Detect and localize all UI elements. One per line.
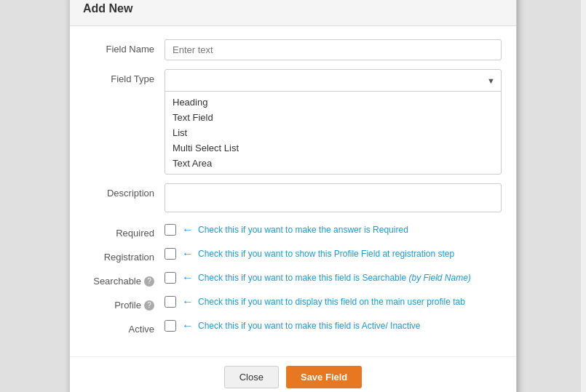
searchable-help-icon[interactable]: ? xyxy=(144,276,154,287)
option-list[interactable]: List xyxy=(165,125,501,140)
profile-control: ← Check this if you want to display this… xyxy=(165,295,502,308)
profile-label-wrapper: Profile ? xyxy=(84,295,165,311)
registration-label: Registration xyxy=(84,247,165,263)
option-text-area[interactable]: Text Area xyxy=(165,156,501,171)
field-type-label: Field Type xyxy=(84,69,165,84)
registration-checkbox-row: ← Check this if you want to show this Pr… xyxy=(165,247,502,260)
searchable-hint: Check this if you want to make this fiel… xyxy=(198,273,471,283)
dropdown-header[interactable]: ▼ xyxy=(165,70,501,92)
profile-row: Profile ? ← Check this if you want to di… xyxy=(84,295,502,311)
searchable-arrow-icon: ← xyxy=(182,271,194,284)
field-name-row: Field Name xyxy=(84,39,502,60)
searchable-label-text: Searchable xyxy=(93,276,141,287)
description-input[interactable] xyxy=(165,183,502,212)
profile-checkbox[interactable] xyxy=(165,296,176,308)
required-arrow-icon: ← xyxy=(182,223,194,236)
active-hint: Check this if you want to make this fiel… xyxy=(198,321,420,331)
field-name-control xyxy=(165,39,502,60)
required-checkbox-row: ← Check this if you want to make the ans… xyxy=(165,223,502,236)
description-row: Description xyxy=(84,183,502,215)
profile-help-icon[interactable]: ? xyxy=(144,300,154,311)
close-button[interactable]: Close xyxy=(224,366,279,388)
registration-hint: Check this if you want to show this Prof… xyxy=(198,249,454,259)
required-control: ← Check this if you want to make the ans… xyxy=(165,223,502,236)
profile-hint: Check this if you want to display this f… xyxy=(198,297,465,307)
registration-checkbox[interactable] xyxy=(165,248,176,260)
field-type-control: ▼ Heading Text Field List Multi Select L… xyxy=(165,69,502,175)
field-type-row: Field Type ▼ Heading Text Field List Mul… xyxy=(84,69,502,175)
chevron-down-icon: ▼ xyxy=(487,76,495,85)
required-label: Required xyxy=(84,223,165,239)
field-type-dropdown[interactable]: ▼ Heading Text Field List Multi Select L… xyxy=(165,69,502,175)
add-new-modal: Add New Field Name Field Type ▼ Heading … xyxy=(69,0,517,392)
registration-row: Registration ← Check this if you want to… xyxy=(84,247,502,263)
searchable-checkbox-row: ← Check this if you want to make this fi… xyxy=(165,271,502,284)
active-control: ← Check this if you want to make this fi… xyxy=(165,319,502,332)
option-heading[interactable]: Heading xyxy=(165,95,501,110)
save-button[interactable]: Save Field xyxy=(286,366,362,388)
option-text-field[interactable]: Text Field xyxy=(165,110,501,125)
registration-control: ← Check this if you want to show this Pr… xyxy=(165,247,502,260)
registration-arrow-icon: ← xyxy=(182,247,194,260)
searchable-label-wrapper: Searchable ? xyxy=(84,271,165,287)
field-name-label: Field Name xyxy=(84,39,165,55)
active-row: Active ← Check this if you want to make … xyxy=(84,319,502,335)
searchable-checkbox[interactable] xyxy=(165,272,176,284)
description-control xyxy=(165,183,502,215)
active-checkbox-row: ← Check this if you want to make this fi… xyxy=(165,319,502,332)
modal-footer: Close Save Field xyxy=(70,356,516,392)
required-row: Required ← Check this if you want to mak… xyxy=(84,223,502,239)
searchable-control: ← Check this if you want to make this fi… xyxy=(165,271,502,284)
active-label: Active xyxy=(84,319,165,335)
profile-label-text: Profile xyxy=(114,300,141,311)
required-checkbox[interactable] xyxy=(165,224,176,236)
searchable-row: Searchable ? ← Check this if you want to… xyxy=(84,271,502,287)
modal-header: Add New xyxy=(70,0,516,26)
profile-arrow-icon: ← xyxy=(182,295,194,308)
active-arrow-icon: ← xyxy=(182,319,194,332)
modal-body: Field Name Field Type ▼ Heading Text Fie… xyxy=(70,26,516,351)
option-multi-select-list[interactable]: Multi Select List xyxy=(165,140,501,156)
field-name-input[interactable] xyxy=(165,39,502,60)
modal-title: Add New xyxy=(83,2,132,15)
profile-checkbox-row: ← Check this if you want to display this… xyxy=(165,295,502,308)
active-checkbox[interactable] xyxy=(165,320,176,332)
description-label: Description xyxy=(84,183,165,199)
required-hint: Check this if you want to make the answe… xyxy=(198,225,408,235)
dropdown-list: Heading Text Field List Multi Select Lis… xyxy=(165,92,501,174)
